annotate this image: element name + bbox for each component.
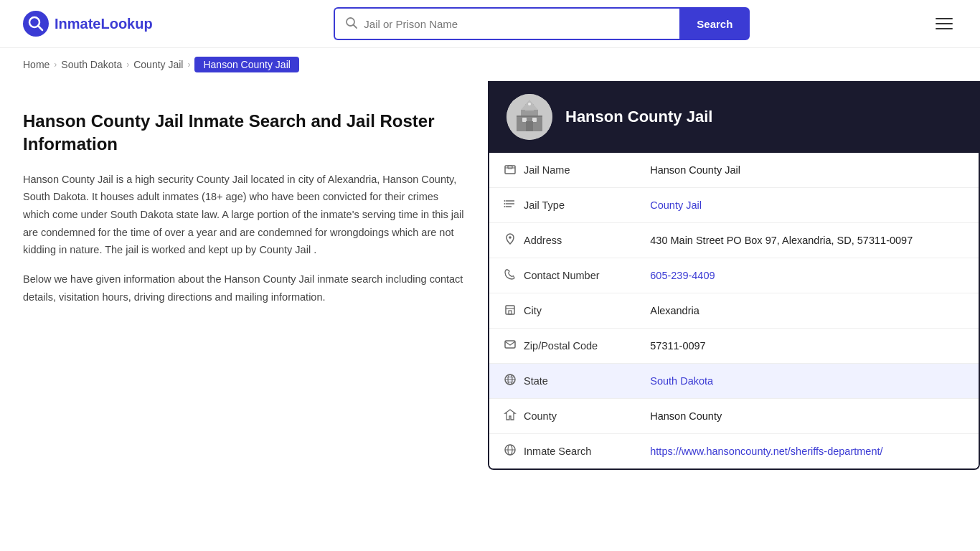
hamburger-line-2 xyxy=(936,23,953,24)
svg-point-20 xyxy=(504,200,506,202)
jail-type-label: Jail Type xyxy=(524,199,565,211)
table-row: Zip/Postal Code57311-0097 xyxy=(489,329,979,364)
breadcrumb-home[interactable]: Home xyxy=(23,59,50,70)
search-input-wrap xyxy=(334,7,679,40)
jail-type-value[interactable]: County Jail xyxy=(636,188,979,223)
svg-rect-12 xyxy=(517,116,542,117)
card-header: Hanson County Jail xyxy=(489,81,979,153)
search-button[interactable]: Search xyxy=(679,7,750,40)
card-title: Hanson County Jail xyxy=(565,108,712,126)
search-bar: Search xyxy=(334,7,750,40)
table-row: Inmate Searchhttps://www.hansoncounty.ne… xyxy=(489,434,979,469)
table-row: CountyHanson County xyxy=(489,399,979,434)
svg-point-21 xyxy=(504,203,506,204)
breadcrumb: Home › South Dakota › County Jail › Hans… xyxy=(0,48,980,81)
logo[interactable]: InmateLookup xyxy=(23,11,153,37)
hamburger-menu[interactable] xyxy=(931,14,957,34)
breadcrumb-sep-3: › xyxy=(187,60,190,70)
contact-label: Contact Number xyxy=(524,270,600,281)
svg-line-1 xyxy=(38,26,42,30)
address-value: 430 Main Street PO Box 97, Alexandria, S… xyxy=(636,223,979,258)
city-label: City xyxy=(524,305,542,316)
contact-link[interactable]: 605-239-4409 xyxy=(650,270,715,281)
breadcrumb-active: Hanson County Jail xyxy=(194,57,298,72)
jail-name-value: Hanson County Jail xyxy=(636,153,979,188)
table-row: StateSouth Dakota xyxy=(489,364,979,399)
breadcrumb-county-jail[interactable]: County Jail xyxy=(133,59,183,70)
hamburger-line-1 xyxy=(936,18,953,19)
address-label: Address xyxy=(524,235,562,246)
jail-name-label: Jail Name xyxy=(524,164,570,176)
city-value: Alexandria xyxy=(636,293,979,329)
jail-type-link[interactable]: County Jail xyxy=(650,199,702,211)
contact-value[interactable]: 605-239-4409 xyxy=(636,258,979,293)
svg-rect-24 xyxy=(506,306,514,314)
state-value[interactable]: South Dakota xyxy=(636,364,979,399)
avatar xyxy=(507,94,552,140)
svg-rect-27 xyxy=(505,341,515,348)
jail-type-icon xyxy=(504,197,517,213)
svg-point-22 xyxy=(504,206,506,207)
table-row: Jail TypeCounty Jail xyxy=(489,188,979,223)
city-icon xyxy=(504,303,517,319)
right-panel: Hanson County Jail Jail NameHanson Count… xyxy=(488,81,980,470)
county-icon xyxy=(504,408,517,424)
search-icon xyxy=(345,17,358,32)
contact-icon xyxy=(504,268,517,283)
svg-point-23 xyxy=(509,236,512,239)
main-content: Hanson County Jail Inmate Search and Jai… xyxy=(0,81,980,499)
breadcrumb-south-dakota[interactable]: South Dakota xyxy=(61,59,122,70)
table-row: Address430 Main Street PO Box 97, Alexan… xyxy=(489,223,979,258)
description-para-1: Hanson County Jail is a high security Co… xyxy=(23,171,465,259)
table-row: CityAlexandria xyxy=(489,293,979,329)
header: InmateLookup Search xyxy=(0,0,980,48)
breadcrumb-sep-2: › xyxy=(126,60,129,70)
info-table: Jail NameHanson County JailJail TypeCoun… xyxy=(489,153,979,468)
state-link[interactable]: South Dakota xyxy=(650,375,713,387)
svg-rect-11 xyxy=(526,121,533,131)
table-row: Contact Number605-239-4409 xyxy=(489,258,979,293)
search-input[interactable] xyxy=(364,18,669,30)
logo-icon xyxy=(23,11,49,37)
inmate-search-label: Inmate Search xyxy=(524,446,591,457)
county-value: Hanson County xyxy=(636,399,979,434)
logo-name-text: InmateLookup xyxy=(55,16,153,32)
svg-line-3 xyxy=(354,24,357,28)
state-label: State xyxy=(524,375,548,387)
page-heading: Hanson County Jail Inmate Search and Jai… xyxy=(23,110,465,156)
logo-text: InmateLookup xyxy=(55,16,153,32)
inmate-search-icon xyxy=(504,443,517,459)
svg-rect-14 xyxy=(505,166,515,174)
zip-value: 57311-0097 xyxy=(636,329,979,364)
inmate-search-link[interactable]: https://www.hansoncounty.net/sheriffs-de… xyxy=(650,446,882,457)
description-para-2: Below we have given information about th… xyxy=(23,270,465,306)
svg-point-13 xyxy=(528,103,531,105)
breadcrumb-sep-1: › xyxy=(54,60,57,70)
county-label: County xyxy=(524,410,557,422)
zip-label: Zip/Postal Code xyxy=(524,340,598,352)
table-row: Jail NameHanson County Jail xyxy=(489,153,979,188)
left-panel: Hanson County Jail Inmate Search and Jai… xyxy=(0,81,488,470)
state-icon xyxy=(504,373,517,389)
zip-icon xyxy=(504,338,517,354)
inmate-search-value[interactable]: https://www.hansoncounty.net/sheriffs-de… xyxy=(636,434,979,469)
address-icon xyxy=(504,232,517,248)
hamburger-line-3 xyxy=(936,28,953,29)
info-card: Hanson County Jail Jail NameHanson Count… xyxy=(488,81,980,470)
jail-name-icon xyxy=(504,162,517,178)
